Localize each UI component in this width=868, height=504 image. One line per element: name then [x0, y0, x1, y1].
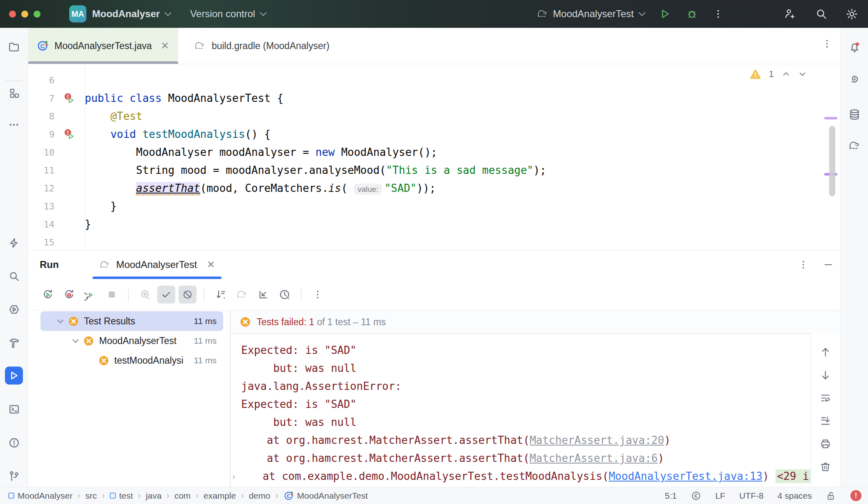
- code-line[interactable]: 15: [28, 233, 839, 250]
- window-close-button[interactable]: [9, 11, 16, 18]
- problems-tool-button[interactable]: [5, 434, 23, 452]
- structure-tool-button[interactable]: [5, 84, 23, 102]
- hide-panel-button[interactable]: [823, 260, 833, 270]
- console-line[interactable]: Expected: is "SAD": [231, 395, 811, 413]
- console-line[interactable]: java.lang.AssertionError:: [231, 377, 811, 395]
- test-tree-item[interactable]: MoodAnalyserTest11 ms: [41, 331, 223, 351]
- code-line[interactable]: 6: [28, 71, 839, 89]
- vcs-menu[interactable]: Version control: [190, 8, 255, 20]
- tab-moodanalysertest-java[interactable]: C MoodAnalyserTest.java ✕: [28, 28, 178, 64]
- code-editor[interactable]: 67 public class MoodAnalyserTest {8 @Tes…: [28, 65, 839, 250]
- error-indicator-badge[interactable]: !: [850, 490, 861, 501]
- soft-wrap-button[interactable]: [817, 390, 834, 406]
- sort-tests-button[interactable]: [212, 286, 230, 304]
- show-ignored-toggle[interactable]: [179, 286, 197, 304]
- breadcrumb-item[interactable]: java: [146, 491, 162, 501]
- code-line[interactable]: 8 @Test: [28, 107, 839, 125]
- breadcrumb-item[interactable]: src: [86, 491, 97, 501]
- run-button[interactable]: [656, 5, 674, 23]
- rerun-failed-tests-button[interactable]: [60, 286, 78, 304]
- rerun-button[interactable]: [39, 286, 57, 304]
- print-button[interactable]: [817, 436, 834, 452]
- filter-tests-button[interactable]: [136, 286, 154, 304]
- notifications-bell-button[interactable]: [845, 38, 863, 56]
- console-line[interactable]: at org.hamcrest.MatcherAssert.assertThat…: [231, 449, 811, 467]
- services-tool-button[interactable]: [5, 300, 23, 318]
- project-name-menu[interactable]: MoodAnalyser: [92, 8, 160, 20]
- console-line[interactable]: › at com.example.demo.MoodAnalyserTest.t…: [231, 467, 811, 485]
- test-history-button[interactable]: [276, 286, 294, 304]
- next-occurrence-button[interactable]: [817, 367, 834, 383]
- run-content-tab[interactable]: MoodAnalyserTest ✕: [93, 250, 222, 279]
- gradle-test-actions-button[interactable]: [233, 286, 251, 304]
- window-minimize-button[interactable]: [21, 11, 28, 18]
- tab-list-more-button[interactable]: [822, 38, 832, 49]
- scroll-to-end-button[interactable]: [817, 413, 834, 429]
- editor-vertical-scrollbar[interactable]: [829, 126, 835, 196]
- code-line[interactable]: 7 public class MoodAnalyserTest {: [28, 89, 839, 107]
- stack-trace-link[interactable]: MoodAnalyserTest.java:13: [609, 470, 763, 482]
- test-tree-item[interactable]: testMoodAnalysi11 ms: [41, 351, 223, 370]
- tab-close-button[interactable]: ✕: [161, 40, 169, 52]
- code-line[interactable]: 10 MoodAnalyser moodAnalyser = new MoodA…: [28, 143, 839, 161]
- more-actions-button[interactable]: [709, 5, 727, 23]
- console-output[interactable]: Expected: is "SAD" but: was nulljava.lan…: [231, 333, 811, 487]
- code-line[interactable]: 9 void testMoodAnalysis() {: [28, 125, 839, 143]
- previous-warning-button[interactable]: [782, 70, 790, 78]
- stop-button[interactable]: [103, 286, 121, 304]
- build-tool-button[interactable]: [5, 334, 23, 352]
- unlocked-icon[interactable]: [826, 491, 836, 501]
- terminal-tool-button[interactable]: [5, 400, 23, 418]
- run-failed-gutter-icon[interactable]: [63, 128, 76, 140]
- code-line[interactable]: 14}: [28, 215, 839, 233]
- breadcrumb-item[interactable]: com: [174, 491, 191, 501]
- gradle-tool-button[interactable]: [845, 137, 863, 155]
- console-line[interactable]: at org.hamcrest.MatcherAssert.assertThat…: [231, 431, 811, 449]
- breadcrumb-item[interactable]: demo: [249, 491, 271, 501]
- settings-gear-button[interactable]: [843, 5, 861, 23]
- breadcrumb-item[interactable]: example: [203, 491, 236, 501]
- stack-trace-link[interactable]: MatcherAssert.java:6: [529, 452, 658, 464]
- caret-position-widget[interactable]: 5:1: [665, 491, 677, 501]
- indent-widget[interactable]: 4 spaces: [778, 491, 812, 501]
- stack-trace-link[interactable]: MatcherAssert.java:20: [529, 434, 664, 446]
- window-zoom-button[interactable]: [34, 11, 41, 18]
- breadcrumb-item[interactable]: test: [110, 491, 133, 501]
- run-test-gutter-button[interactable]: [54, 125, 85, 143]
- console-line[interactable]: but: was null: [231, 359, 811, 377]
- toolbar-more-button[interactable]: [309, 286, 327, 304]
- code-with-me-button[interactable]: [780, 5, 798, 23]
- tab-build-gradle[interactable]: build.gradle (MoodAnalyser): [185, 28, 339, 64]
- find-tool-button[interactable]: [5, 267, 23, 285]
- tree-chevron-slot[interactable]: [68, 340, 83, 342]
- next-warning-button[interactable]: [798, 70, 807, 78]
- scrollbar-change-mark[interactable]: [824, 117, 837, 119]
- quick-actions-tool-button[interactable]: [5, 234, 23, 252]
- database-tool-button[interactable]: [845, 106, 863, 124]
- run-test-gutter-button[interactable]: [54, 89, 85, 107]
- version-control-tool-button[interactable]: [5, 467, 23, 485]
- run-failed-gutter-icon[interactable]: [63, 92, 76, 104]
- show-passed-toggle[interactable]: [157, 286, 175, 304]
- code-analysis-widget-icon[interactable]: [691, 491, 701, 501]
- search-everywhere-button[interactable]: [812, 5, 830, 23]
- code-line[interactable]: 12 assertThat(mood, CoreMatchers.is( val…: [28, 179, 839, 197]
- tree-chevron-slot[interactable]: [53, 320, 68, 322]
- code-line[interactable]: 13 }: [28, 197, 839, 215]
- ai-assistant-tool-button[interactable]: [845, 70, 863, 88]
- encoding-widget[interactable]: UTF-8: [739, 491, 764, 501]
- fold-expand-button[interactable]: ›: [231, 472, 237, 481]
- breadcrumb-item[interactable]: C MoodAnalyserTest: [283, 491, 368, 501]
- breadcrumb[interactable]: MoodAnalyser›src›test›java›com›example›d…: [8, 491, 368, 501]
- run-tool-button[interactable]: [5, 367, 23, 385]
- inspections-widget[interactable]: 1: [750, 69, 807, 79]
- import-test-results-button[interactable]: [254, 286, 272, 304]
- run-panel-options-button[interactable]: [798, 259, 809, 270]
- clear-all-button[interactable]: [817, 459, 834, 475]
- console-line[interactable]: Expected: is "SAD": [231, 341, 811, 359]
- project-avatar[interactable]: MA: [69, 5, 86, 22]
- code-line[interactable]: 11 String mood = moodAnalyser.analyseMoo…: [28, 161, 839, 179]
- run-configuration-select[interactable]: MoodAnalyserTest: [553, 8, 634, 20]
- previous-occurrence-button[interactable]: [817, 344, 834, 360]
- test-tree-item[interactable]: Test Results11 ms: [41, 311, 223, 331]
